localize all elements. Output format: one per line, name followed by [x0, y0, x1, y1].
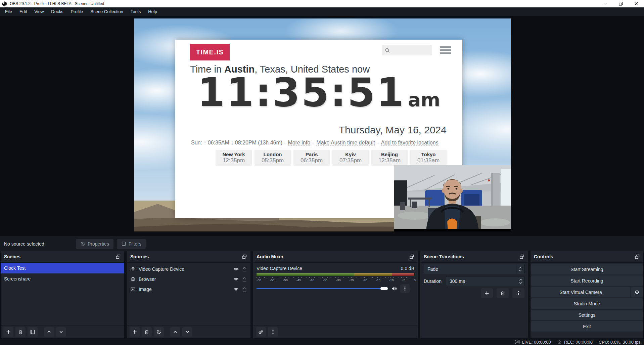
make-default-link[interactable]: Make Austin time default — [316, 140, 375, 146]
volume-slider-handle[interactable] — [380, 287, 388, 290]
volume-slider[interactable] — [257, 288, 388, 289]
popout-icon[interactable] — [635, 254, 640, 259]
source-item-image[interactable]: Image — [127, 284, 250, 294]
world-clock-row: New York12:35pm London05:35pm Paris06:35… — [216, 150, 447, 166]
rec-timer: REC: 00:00:00 — [564, 340, 593, 345]
lock-icon[interactable] — [242, 287, 247, 292]
menu-tools[interactable]: Tools — [127, 7, 144, 16]
lock-icon[interactable] — [242, 276, 247, 282]
move-scene-down-button[interactable] — [56, 327, 66, 337]
add-transition-button[interactable] — [481, 288, 493, 298]
mute-button[interactable] — [391, 286, 397, 292]
duration-value: 300 ms — [450, 278, 465, 284]
popout-icon[interactable] — [116, 254, 121, 259]
date-display: Thursday, May 16, 2024 — [339, 124, 447, 136]
popout-icon[interactable] — [519, 254, 524, 259]
source-properties-button[interactable] — [154, 327, 164, 337]
start-virtual-camera-button[interactable]: Start Virtual Camera — [531, 287, 630, 297]
studio-mode-button[interactable]: Studio Mode — [531, 298, 643, 309]
mixer-level-db: 0.0 dB — [401, 266, 414, 271]
search-input[interactable] — [382, 45, 432, 55]
popout-icon[interactable] — [242, 254, 247, 259]
menu-scene-collection[interactable]: Scene Collection — [87, 7, 127, 16]
move-source-down-button[interactable] — [182, 327, 192, 337]
city-paris[interactable]: Paris06:35pm — [293, 150, 330, 166]
virtual-camera-settings-button[interactable] — [631, 287, 643, 297]
city-new-york[interactable]: New York12:35pm — [216, 150, 252, 166]
move-source-up-button[interactable] — [170, 327, 180, 337]
add-favorite-link[interactable]: Add to favorite locations — [381, 140, 439, 146]
transition-properties-button[interactable] — [512, 288, 524, 298]
add-source-button[interactable] — [130, 327, 140, 337]
menu-view[interactable]: View — [31, 7, 47, 16]
filters-label: Filters — [129, 241, 141, 247]
source-label: Video Capture Device — [139, 266, 184, 272]
move-scene-up-button[interactable] — [44, 327, 54, 337]
add-scene-button[interactable] — [3, 327, 13, 337]
speaker-icon — [391, 286, 397, 292]
city-tokyo[interactable]: Tokyo01:35am — [410, 150, 447, 166]
scene-filters-button[interactable] — [28, 327, 38, 337]
eye-icon[interactable] — [233, 287, 239, 292]
gears-icon — [258, 329, 264, 335]
menu-file[interactable]: File — [1, 7, 16, 16]
preview-canvas[interactable]: TIME.IS Time in Austin, Texas, United St… — [0, 16, 644, 236]
source-label: Image — [139, 287, 152, 292]
minimize-button[interactable] — [598, 0, 613, 7]
link-separator: - — [313, 140, 314, 145]
controls-dock-title: Controls — [534, 254, 553, 259]
plus-icon — [132, 329, 137, 335]
hamburger-menu-icon[interactable] — [440, 46, 451, 54]
dots-vertical-icon — [516, 291, 521, 296]
transition-select[interactable]: Fade — [424, 264, 524, 274]
city-beijing[interactable]: Beijing12:35am — [371, 150, 408, 166]
settings-button[interactable]: Settings — [531, 310, 643, 320]
scene-item-clock-test[interactable]: Clock Test — [1, 263, 124, 273]
exit-button[interactable]: Exit — [531, 321, 643, 332]
close-button[interactable] — [629, 0, 644, 7]
chevron-up-icon — [173, 329, 178, 335]
remove-transition-button[interactable] — [497, 288, 509, 298]
gear-icon — [634, 290, 640, 295]
start-recording-button[interactable]: Start Recording — [531, 275, 643, 286]
source-label: Browser — [139, 276, 156, 282]
city-london[interactable]: London05:35pm — [255, 150, 291, 166]
menu-profile[interactable]: Profile — [67, 7, 87, 16]
timeis-logo[interactable]: TIME.IS — [190, 44, 230, 60]
menu-docks[interactable]: Docks — [47, 7, 67, 16]
duration-spinner[interactable]: 300 ms — [446, 276, 524, 286]
filters-button[interactable]: Filters — [117, 239, 146, 249]
menu-bar: File Edit View Docks Profile Scene Colle… — [0, 7, 644, 16]
advanced-audio-button[interactable] — [256, 327, 266, 337]
remove-source-button[interactable] — [142, 327, 152, 337]
camera-icon — [130, 266, 136, 272]
dots-vertical-icon — [270, 329, 276, 335]
obs-window: OBS 29.1.2 - Profile: LLHLS BETA - Scene… — [0, 0, 644, 345]
mixer-options-button[interactable] — [268, 327, 278, 337]
menu-help[interactable]: Help — [144, 7, 161, 16]
scene-item-screenshare[interactable]: Screenshare — [1, 273, 124, 284]
restore-button[interactable] — [613, 0, 629, 7]
chevron-down-icon — [518, 269, 522, 272]
webcam-overlay — [394, 165, 511, 231]
more-info-link[interactable]: More info — [288, 140, 310, 146]
popout-icon[interactable] — [409, 254, 414, 259]
lock-icon[interactable] — [242, 266, 247, 272]
audio-mixer-dock: Audio Mixer Video Capture Device 0.0 dB … — [253, 251, 418, 338]
spinner-chevrons[interactable] — [519, 278, 523, 285]
city-kyiv[interactable]: Kyiv07:35pm — [332, 150, 369, 166]
source-item-video-capture[interactable]: Video Capture Device — [127, 264, 250, 274]
source-item-browser[interactable]: Browser — [127, 274, 250, 284]
remove-scene-button[interactable] — [15, 327, 26, 337]
properties-button[interactable]: Properties — [76, 239, 113, 249]
plus-icon — [484, 291, 490, 296]
search-icon — [384, 47, 390, 53]
menu-edit[interactable]: Edit — [16, 7, 31, 16]
start-streaming-button[interactable]: Start Streaming — [531, 264, 643, 274]
plus-icon — [6, 329, 11, 335]
eye-icon[interactable] — [233, 266, 239, 272]
channel-options-button[interactable] — [400, 284, 410, 293]
webcam-video — [394, 165, 511, 231]
filter-icon — [30, 329, 35, 335]
eye-icon[interactable] — [233, 276, 239, 282]
